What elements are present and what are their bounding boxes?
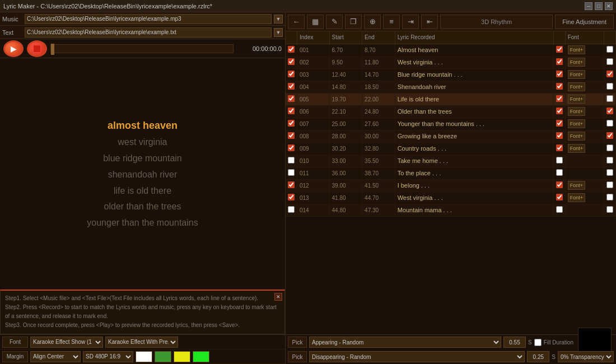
font-plus-btn-7[interactable]: Font+ — [568, 132, 585, 141]
row-font-check-3[interactable] — [556, 83, 563, 90]
row-font-check-10[interactable] — [556, 169, 563, 176]
lyric-table-container[interactable]: Index Start End Lyric Recorded Font 001 … — [286, 31, 616, 334]
row-extra-check-10[interactable] — [606, 169, 613, 176]
font-plus-btn-1[interactable]: Font+ — [568, 58, 585, 67]
fine-adjustment-button[interactable]: Fine Adjustment — [555, 15, 614, 29]
text-browse-button[interactable]: ▼ — [274, 28, 283, 37]
row-extra-check-13[interactable] — [606, 206, 613, 213]
fill-duration-checkbox[interactable] — [534, 339, 542, 346]
font-plus-btn-11[interactable]: Font+ — [568, 181, 585, 190]
disappear-effect-select[interactable]: Disappearing - Random Disappearing - Lef… — [309, 351, 525, 362]
text-path-input[interactable] — [25, 27, 272, 38]
font-plus-btn-2[interactable]: Font+ — [568, 70, 585, 79]
row-check-2[interactable] — [288, 71, 295, 77]
color-swatch-yellow[interactable] — [174, 351, 190, 362]
resolution-select[interactable]: SD 480P 16:9 HD 720P 16:9 — [83, 351, 133, 362]
row-check-8[interactable] — [288, 144, 295, 151]
row-lyric-7[interactable]: Growing like a breeze — [395, 130, 553, 142]
row-lyric-9[interactable]: Take me home . . . — [395, 155, 553, 167]
row-lyric-6[interactable]: Younger than the mountains . . . — [395, 118, 553, 130]
edit-icon-btn[interactable]: ✎ — [326, 15, 343, 29]
row-font-check-5[interactable] — [556, 108, 563, 114]
row-extra-check-7[interactable] — [606, 132, 613, 139]
row-font-check-0[interactable] — [556, 46, 563, 53]
row-check-5[interactable] — [288, 108, 295, 114]
3d-rhythm-button[interactable]: 3D Rhythm — [440, 15, 553, 29]
row-extra-check-6[interactable] — [606, 120, 613, 127]
close-button[interactable]: ✕ — [605, 2, 613, 10]
row-lyric-12[interactable]: West virginia . . . — [395, 192, 553, 204]
back-icon-btn[interactable]: ← — [288, 15, 305, 29]
import-icon-btn[interactable]: ⇥ — [402, 15, 419, 29]
row-lyric-10[interactable]: To the place . . . — [395, 167, 553, 179]
grid-icon-btn[interactable]: ▦ — [307, 15, 324, 29]
row-lyric-1[interactable]: West virginia . . . — [395, 56, 553, 68]
appear-duration-input[interactable] — [503, 337, 526, 348]
copy-icon-btn[interactable]: ❐ — [345, 15, 362, 29]
font-plus-btn-12[interactable]: Font+ — [568, 193, 585, 202]
transparency-select[interactable]: 0% Transparency 25% Transparency 50% Tra… — [558, 351, 614, 362]
row-font-check-13[interactable] — [556, 206, 563, 213]
font-plus-btn-6[interactable]: Font+ — [568, 119, 585, 128]
pick-disappear-button[interactable]: Pick — [288, 351, 307, 362]
help-close-button[interactable]: ✕ — [274, 293, 282, 301]
row-lyric-3[interactable]: Shenandoah river — [395, 81, 553, 93]
row-check-1[interactable] — [288, 58, 295, 65]
export-icon-btn[interactable]: ⇤ — [421, 15, 438, 29]
font-plus-btn-8[interactable]: Font+ — [568, 144, 585, 153]
row-extra-check-3[interactable] — [606, 83, 613, 90]
progress-bar-container[interactable] — [50, 44, 234, 53]
minimize-button[interactable]: ─ — [585, 2, 592, 10]
row-extra-check-9[interactable] — [606, 157, 613, 164]
row-font-check-7[interactable] — [556, 132, 563, 139]
search-icon-btn[interactable]: ⊕ — [364, 15, 381, 29]
row-check-11[interactable] — [288, 181, 295, 188]
font-plus-btn-0[interactable]: Font+ — [568, 45, 585, 54]
row-font-check-1[interactable] — [556, 58, 563, 65]
progress-thumb[interactable] — [51, 44, 54, 55]
row-extra-check-0[interactable] — [606, 46, 613, 53]
align-select[interactable]: Align Center Align Left Align Right — [30, 351, 81, 362]
row-font-check-6[interactable] — [556, 120, 563, 127]
music-path-input[interactable] — [25, 14, 272, 24]
appear-effect-select[interactable]: Appearing - Random Appearing - Left to R… — [309, 337, 501, 348]
row-check-13[interactable] — [288, 206, 295, 213]
row-lyric-5[interactable]: Older than the trees — [395, 105, 553, 118]
font-plus-btn-5[interactable]: Font+ — [568, 107, 585, 116]
pick-appear-button[interactable]: Pick — [288, 337, 307, 348]
row-check-9[interactable] — [288, 157, 295, 164]
row-extra-check-5[interactable] — [606, 108, 613, 114]
row-font-check-8[interactable] — [556, 144, 563, 151]
row-extra-check-8[interactable] — [606, 144, 613, 151]
row-lyric-4[interactable]: Life is old there — [395, 93, 553, 105]
row-lyric-8[interactable]: Country roads . . . — [395, 142, 553, 155]
row-font-check-2[interactable] — [556, 71, 563, 77]
row-lyric-11[interactable]: I belong . . . — [395, 179, 553, 192]
row-check-6[interactable] — [288, 120, 295, 127]
row-check-7[interactable] — [288, 132, 295, 139]
row-font-check-12[interactable] — [556, 194, 563, 200]
row-font-check-11[interactable] — [556, 181, 563, 188]
row-lyric-13[interactable]: Mountain mama . . . — [395, 204, 553, 216]
font-plus-btn-3[interactable]: Font+ — [568, 82, 585, 91]
color-swatch-lime[interactable] — [193, 351, 209, 362]
row-check-12[interactable] — [288, 194, 295, 200]
stop-button[interactable] — [27, 40, 47, 57]
color-swatch-green[interactable] — [155, 351, 171, 362]
row-check-0[interactable] — [288, 46, 295, 53]
row-check-3[interactable] — [288, 83, 295, 90]
maximize-button[interactable]: □ — [595, 2, 603, 10]
play-button[interactable]: ▶ — [3, 40, 24, 57]
row-check-10[interactable] — [288, 169, 295, 176]
row-check-4[interactable] — [288, 95, 295, 102]
row-lyric-0[interactable]: Almost heaven — [395, 44, 553, 56]
row-font-check-9[interactable] — [556, 157, 563, 164]
row-extra-check-1[interactable] — [606, 58, 613, 65]
font-effect-right-select[interactable]: Karaoke Effect With Pre... Karaoke Effec… — [105, 337, 178, 348]
table-icon-btn[interactable]: ≡ — [383, 15, 400, 29]
row-font-check-4[interactable] — [556, 95, 563, 102]
row-lyric-2[interactable]: Blue ridge mountain . . . — [395, 68, 553, 81]
disappear-duration-input[interactable] — [527, 351, 549, 362]
font-plus-btn-4[interactable]: Font+ — [568, 95, 585, 104]
row-extra-check-11[interactable] — [606, 181, 613, 188]
